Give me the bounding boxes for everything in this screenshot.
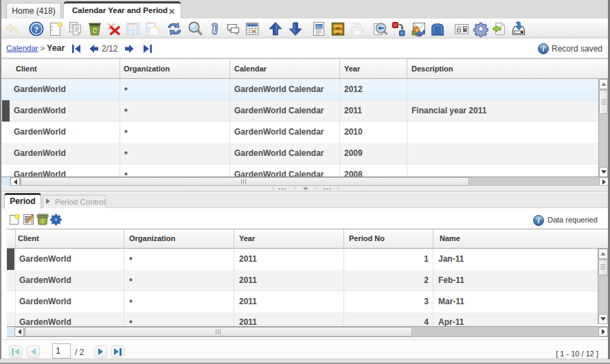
svg-text:i: i [538,217,540,225]
svg-text:i: i [543,45,545,53]
svg-text:?: ? [34,24,39,34]
